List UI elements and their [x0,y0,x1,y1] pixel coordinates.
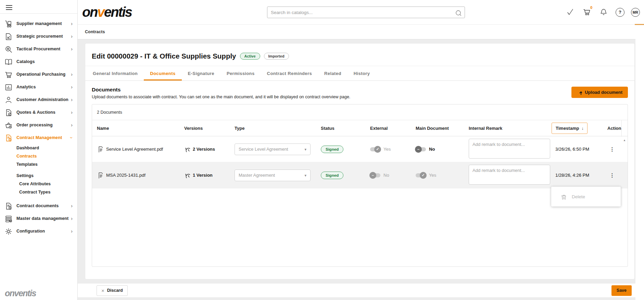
tab-contract-reminders[interactable]: Contract Reminders [261,66,318,80]
close-icon [101,288,104,293]
row-actions-kebab-icon[interactable] [607,171,617,180]
status-badge-imported: Imported [264,53,289,60]
sidebar-item-core-attributes[interactable]: Core Attributes [4,180,77,188]
timestamp-sort-control[interactable]: Timestamp [552,123,588,134]
versions-cell[interactable]: 1 Version [184,172,235,178]
timestamp-cell: 1/28/26, 4:26 PM [555,173,607,178]
col-header-main-document[interactable]: Main Document [416,126,469,131]
col-header-status[interactable]: Status [321,126,370,131]
chevron-down-icon [70,137,74,138]
sidebar-item-master-data-management[interactable]: Master data management [4,212,77,225]
history-icon [184,172,190,178]
sidebar-item-order-processing[interactable]: Order processing [4,118,77,131]
col-header-internal-remark[interactable]: Internal Remark [469,126,555,131]
discard-button[interactable]: Discard [97,285,128,296]
magnifier-box-icon [4,45,12,53]
chevron-right-icon [71,85,73,89]
upload-document-button[interactable]: Upload document [571,87,628,98]
sort-desc-icon [581,126,583,131]
sidebar-item-tactical-procurement[interactable]: Tactical Procurement [4,42,77,55]
sidebar-item-analytics[interactable]: Analytics [4,80,77,93]
sidebar-item-customer-administration[interactable]: Customer Administration [4,93,77,106]
onventis-logo[interactable]: onventis [82,4,131,20]
toggle-knob [374,146,381,153]
server-icon [4,214,12,223]
main-document-toggle[interactable]: Yes [416,173,469,178]
sidebar-item-contract-types[interactable]: Contract Types [4,188,77,196]
tab-general-information[interactable]: General Information [87,66,144,80]
breadcrumb-current[interactable]: Contracts [85,29,105,34]
upload-icon [577,90,582,95]
sidebar-item-contract-documents[interactable]: Contract documents [4,199,77,212]
avatar[interactable]: MR [631,8,640,17]
sidebar-item-supplier-management[interactable]: Supplier management [4,17,77,30]
sidebar-item-catalogs[interactable]: Catalogs [4,55,77,68]
col-header-type[interactable]: Type [235,126,321,131]
tab-history[interactable]: History [348,66,376,80]
open-book-icon [4,58,12,66]
scrollbar-divider [621,120,622,137]
title-row: Edit 00000029 - IT & Office Supplies Sup… [85,43,634,66]
versions-cell[interactable]: 2 Versions [184,146,235,152]
internal-remark-input[interactable] [469,139,550,159]
tab-permissions[interactable]: Permissions [220,66,261,80]
bell-icon[interactable] [599,7,609,17]
internal-remark-input[interactable] [469,165,550,185]
search-icon[interactable] [455,9,461,16]
sidebar-item-dashboard[interactable]: Dashboard [4,144,77,152]
contract-card: Edit 00000029 - IT & Office Supplies Sup… [85,43,635,279]
hand-truck-icon [4,20,12,28]
toggle-knob [415,146,422,153]
chevron-down-icon [304,173,306,178]
col-header-external[interactable]: External [370,126,416,131]
main-content: Edit 00000029 - IT & Office Supplies Sup… [78,39,635,300]
row-actions-kebab-icon[interactable] [607,145,617,154]
col-header-name[interactable]: Name [97,126,184,131]
scroll-up-icon[interactable] [623,139,626,142]
sidebar-item-settings[interactable]: Settings [4,172,77,180]
person-icon [4,96,12,104]
documents-count: 2 Documents [92,104,628,120]
topbar-icons: 0 ? MR [565,7,644,17]
document-name-cell: Service Level Agreement.pdf [97,146,184,152]
help-icon[interactable]: ? [616,8,624,17]
tab-bar: General Information Documents E-Signatur… [85,66,634,81]
main-document-toggle[interactable]: No [416,147,469,152]
approvals-check-icon[interactable] [565,7,576,17]
sidebar-item-strategic-procurement[interactable]: Strategic procurement [4,30,77,42]
chevron-right-icon [71,47,73,51]
toggle-knob [369,172,376,179]
sidebar-item-quotes-auctions[interactable]: Quotes & Auctions [4,106,77,118]
hamburger-menu-icon[interactable] [6,5,12,10]
document-percent-icon [4,108,12,116]
tab-related[interactable]: Related [318,66,348,80]
signed-badge: Signed [321,146,343,153]
toggle-track [416,147,426,151]
sidebar-item-configuration[interactable]: Configuration [4,225,77,237]
table-row: Service Level Agreement.pdf 2 Versions S… [92,136,628,162]
sidebar-item-contracts[interactable]: Contracts [4,152,77,160]
col-header-action: Action [607,126,628,131]
menu-item-delete[interactable]: Delete [572,194,585,199]
sidebar-item-operational-purchasing[interactable]: Operational Purchasing [4,68,77,80]
type-select[interactable]: Master Agreement [235,170,311,181]
sidebar-item-templates[interactable]: Templates [4,160,77,168]
col-header-versions[interactable]: Versions [184,126,235,131]
document-clock-icon [4,202,12,210]
search-input[interactable] [271,10,455,15]
toggle-knob [420,172,427,179]
table-row: MSA 2025-1431.pdf 1 Version Master Agree… [92,162,628,188]
toggle-track [370,173,380,177]
cart-icon[interactable]: 0 [582,7,592,17]
save-button[interactable]: Save [611,285,632,296]
type-select[interactable]: Service Level Agreement [235,143,311,155]
external-toggle[interactable]: Yes [370,147,416,152]
sidebar-item-contract-management[interactable]: Contract Management [4,131,77,144]
documents-table: 2 Documents Name Versions Type Status Ex… [92,104,628,267]
tab-documents[interactable]: Documents [144,66,181,80]
tab-e-signature[interactable]: E-Signature [182,66,220,80]
row-context-menu: Delete [551,187,621,207]
external-toggle[interactable]: No [370,173,416,178]
table-header-row: Name Versions Type Status External Main … [92,120,628,136]
documents-section-header: Documents Upload documents to associate … [85,81,634,99]
